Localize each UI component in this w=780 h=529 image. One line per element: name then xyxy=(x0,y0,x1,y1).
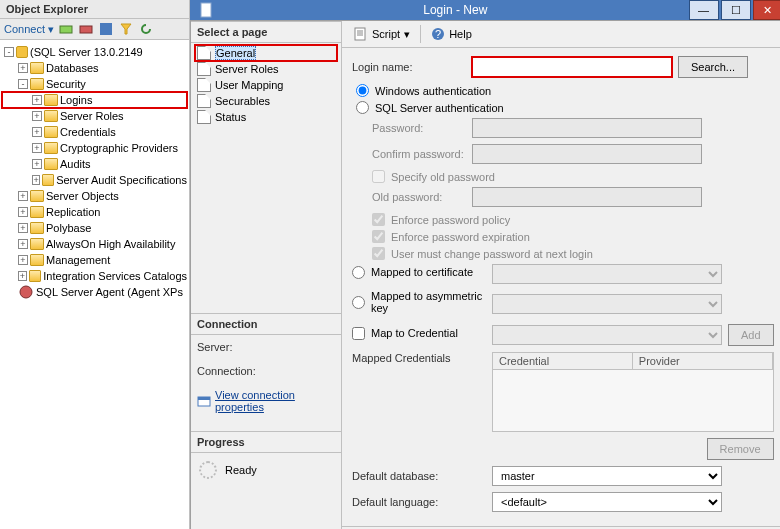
expander-icon[interactable]: + xyxy=(32,159,42,169)
connect-dropdown[interactable]: Connect ▾ xyxy=(4,23,54,36)
expander-icon[interactable]: + xyxy=(32,175,40,185)
dialog-title: Login - New xyxy=(222,3,689,17)
expander-icon[interactable]: + xyxy=(18,63,28,73)
page-icon xyxy=(197,46,211,60)
view-connection-properties[interactable]: View connection properties xyxy=(197,389,335,413)
tree-replication[interactable]: +Replication xyxy=(2,204,187,220)
map-credential-checkbox[interactable] xyxy=(352,327,365,340)
tree-audits[interactable]: +Audits xyxy=(2,156,187,172)
must-change-checkbox xyxy=(372,247,385,260)
expander-icon[interactable]: - xyxy=(4,47,14,57)
object-explorer-title: Object Explorer xyxy=(0,0,189,19)
tree-server-roles[interactable]: +Server Roles xyxy=(2,108,187,124)
refresh-icon[interactable] xyxy=(138,21,154,37)
tree-logins[interactable]: +Logins xyxy=(2,92,187,108)
page-user-mapping[interactable]: User Mapping xyxy=(195,77,337,93)
tree-polybase[interactable]: +Polybase xyxy=(2,220,187,236)
progress-row: Ready xyxy=(191,453,341,487)
tree-alwayson[interactable]: +AlwaysOn High Availability xyxy=(2,236,187,252)
progress-header: Progress xyxy=(191,431,341,453)
confirm-password-input xyxy=(472,144,702,164)
page-general[interactable]: General xyxy=(195,45,337,61)
expander-icon[interactable]: + xyxy=(18,271,27,281)
mapped-credentials-grid[interactable]: Credential Provider xyxy=(492,352,774,432)
folder-icon xyxy=(30,78,44,90)
tree-security[interactable]: -Security xyxy=(2,76,187,92)
expander-icon[interactable]: + xyxy=(18,223,28,233)
expander-icon[interactable]: + xyxy=(32,127,42,137)
dialog-sysmenu-icon[interactable] xyxy=(190,2,222,18)
expander-icon[interactable]: + xyxy=(32,111,42,121)
folder-icon xyxy=(30,206,44,218)
tree-management[interactable]: +Management xyxy=(2,252,187,268)
login-new-dialog: Login - New — ☐ ✕ Select a page General … xyxy=(190,0,780,529)
mapped-asym-radio[interactable] xyxy=(352,296,365,309)
folder-icon xyxy=(30,238,44,250)
tree-server-audit-spec[interactable]: +Server Audit Specifications xyxy=(2,172,187,188)
enforce-expiration-checkbox xyxy=(372,230,385,243)
folder-icon xyxy=(30,222,44,234)
default-db-select[interactable]: master xyxy=(492,466,722,486)
expander-icon[interactable]: + xyxy=(32,143,42,153)
must-change-label: User must change password at next login xyxy=(391,248,593,260)
expander-icon[interactable]: + xyxy=(18,255,28,265)
folder-icon xyxy=(30,254,44,266)
mapped-credentials-label: Mapped Credentials xyxy=(352,352,492,364)
svg-text:?: ? xyxy=(435,28,441,40)
default-db-label: Default database: xyxy=(352,470,492,482)
windows-auth-radio[interactable] xyxy=(356,84,369,97)
page-icon xyxy=(197,78,211,92)
dialog-titlebar[interactable]: Login - New — ☐ ✕ xyxy=(190,0,780,20)
login-name-input[interactable] xyxy=(472,57,672,77)
mapped-asym-label: Mapped to asymmetric key xyxy=(371,290,492,314)
expander-icon[interactable]: + xyxy=(18,191,28,201)
tree-server-node[interactable]: -(SQL Server 13.0.2149 xyxy=(2,44,187,60)
tree-credentials[interactable]: +Credentials xyxy=(2,124,187,140)
server-icon xyxy=(16,46,28,58)
help-button[interactable]: ?Help xyxy=(427,25,476,43)
folder-icon xyxy=(44,110,58,122)
expander-icon[interactable]: + xyxy=(32,95,42,105)
expander-icon[interactable]: - xyxy=(18,79,28,89)
connect-icon[interactable] xyxy=(58,21,74,37)
script-dropdown[interactable]: Script ▾ xyxy=(350,25,414,43)
page-status[interactable]: Status xyxy=(195,109,337,125)
search-button[interactable]: Search... xyxy=(678,56,748,78)
connection-header: Connection xyxy=(191,313,341,335)
filter-icon[interactable] xyxy=(118,21,134,37)
enforce-policy-label: Enforce password policy xyxy=(391,214,510,226)
page-list: General Server Roles User Mapping Secura… xyxy=(191,43,341,313)
folder-icon xyxy=(30,190,44,202)
page-server-roles[interactable]: Server Roles xyxy=(195,61,337,77)
folder-icon xyxy=(44,94,58,106)
expander-icon[interactable]: + xyxy=(18,239,28,249)
folder-icon xyxy=(42,174,54,186)
specify-old-checkbox xyxy=(372,170,385,183)
minimize-button[interactable]: — xyxy=(689,0,719,20)
windows-auth-label: Windows authentication xyxy=(375,85,491,97)
folder-icon xyxy=(44,158,58,170)
default-lang-select[interactable]: <default> xyxy=(492,492,722,512)
add-button: Add xyxy=(728,324,774,346)
tree-crypto-providers[interactable]: +Cryptographic Providers xyxy=(2,140,187,156)
stop-icon[interactable] xyxy=(98,21,114,37)
tree-databases[interactable]: +Databases xyxy=(2,60,187,76)
svg-rect-1 xyxy=(80,26,92,33)
script-icon xyxy=(354,27,368,41)
page-securables[interactable]: Securables xyxy=(195,93,337,109)
enforce-policy-checkbox xyxy=(372,213,385,226)
tree-server-objects[interactable]: +Server Objects xyxy=(2,188,187,204)
mapped-cert-radio[interactable] xyxy=(352,266,365,279)
maximize-button[interactable]: ☐ xyxy=(721,0,751,20)
tree-agent[interactable]: SQL Server Agent (Agent XPs xyxy=(2,284,187,300)
svg-rect-7 xyxy=(355,28,365,40)
tree-isc[interactable]: +Integration Services Catalogs xyxy=(2,268,187,284)
disconnect-icon[interactable] xyxy=(78,21,94,37)
specify-old-label: Specify old password xyxy=(391,171,495,183)
object-explorer-tree[interactable]: -(SQL Server 13.0.2149 +Databases -Secur… xyxy=(0,40,189,529)
confirm-password-label: Confirm password: xyxy=(352,148,472,160)
folder-icon xyxy=(44,126,58,138)
sql-auth-radio[interactable] xyxy=(356,101,369,114)
expander-icon[interactable]: + xyxy=(18,207,28,217)
close-button[interactable]: ✕ xyxy=(753,0,780,20)
